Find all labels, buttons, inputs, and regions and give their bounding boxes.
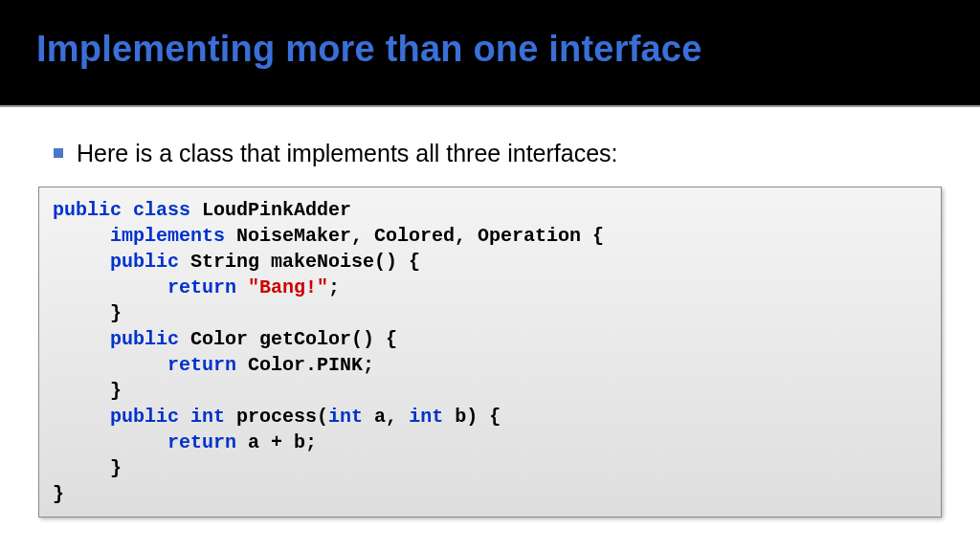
code-text: LoudPinkAdder [190, 199, 351, 221]
code-block: public class LoudPinkAdder implements No… [38, 187, 942, 518]
keyword: class [133, 199, 190, 221]
code-text [53, 431, 167, 453]
code-text [179, 406, 190, 428]
slide-body: Here is a class that implements all thre… [0, 107, 980, 518]
keyword: return [167, 431, 236, 453]
bullet-icon [54, 148, 63, 158]
keyword: int [409, 406, 443, 428]
code-text: String makeNoise() { [179, 251, 420, 273]
code-text [236, 276, 248, 298]
code-text: Color.PINK; [236, 354, 374, 376]
code-text: b) { [443, 406, 501, 428]
code-text [53, 354, 167, 376]
code-text: ; [328, 276, 340, 298]
slide-header: Implementing more than one interface [0, 0, 980, 107]
slide-title: Implementing more than one interface [36, 29, 944, 70]
keyword: public [110, 406, 179, 428]
code-text [53, 328, 110, 350]
code-text [53, 457, 110, 479]
keyword: return [167, 354, 236, 376]
code-text: Color getColor() { [179, 328, 397, 350]
keyword: int [328, 406, 363, 428]
keyword: int [190, 406, 225, 428]
code-text: } [110, 457, 122, 479]
code-text [53, 225, 110, 247]
code-text: } [110, 302, 122, 324]
keyword: public [53, 199, 122, 221]
keyword: return [167, 276, 236, 298]
code-text [53, 406, 110, 428]
code-text [53, 251, 110, 273]
code-text: } [110, 380, 122, 402]
code-text [122, 199, 133, 221]
bullet-text: Here is a class that implements all thre… [77, 138, 618, 169]
code-text: NoiseMaker, Colored, Operation { [225, 225, 604, 247]
code-text: a, [363, 406, 409, 428]
code-text: process( [225, 406, 328, 428]
keyword: public [110, 251, 179, 273]
code-text [53, 380, 110, 402]
code-text [53, 276, 167, 298]
code-text: a + b; [236, 431, 317, 453]
keyword: public [110, 328, 179, 350]
code-text: } [53, 483, 64, 505]
string-literal: "Bang!" [248, 276, 328, 298]
keyword: implements [110, 225, 225, 247]
bullet-item: Here is a class that implements all thre… [36, 138, 944, 169]
code-text [53, 302, 110, 324]
